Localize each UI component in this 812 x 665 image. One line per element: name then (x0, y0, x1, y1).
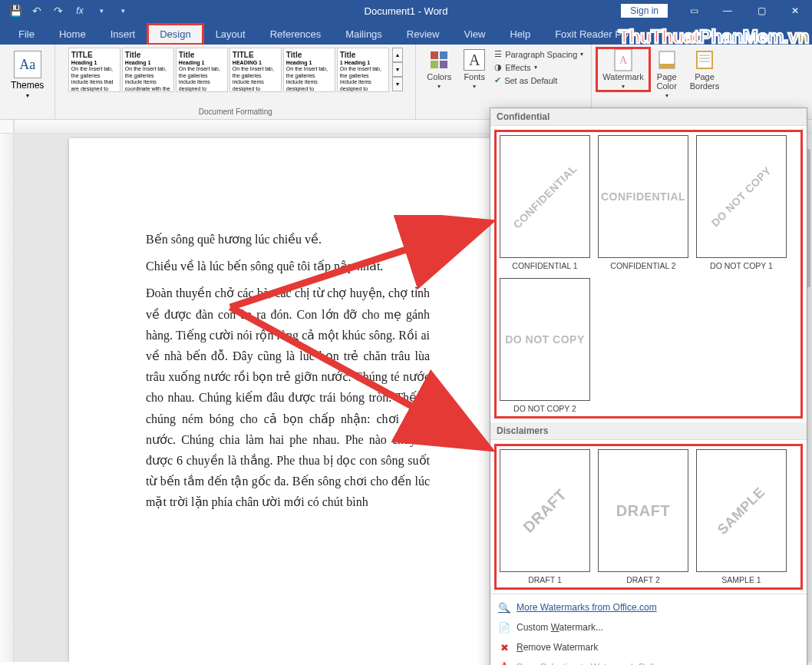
themes-icon: Aa (14, 51, 41, 78)
tab-view[interactable]: View (451, 24, 497, 45)
tab-design[interactable]: Design (147, 24, 203, 45)
ribbon-tabs: File Home Insert Design Layout Reference… (0, 22, 812, 45)
colors-icon (428, 49, 450, 71)
window-controls: Sign in ▭ — ▢ ✕ (621, 0, 812, 22)
gallery-more-icon[interactable]: ▾ (392, 77, 403, 91)
themes-dropdown-icon: ▾ (26, 92, 29, 99)
tab-file[interactable]: File (6, 24, 47, 45)
effects-icon: ◑ (494, 62, 502, 72)
window-title: Document1 - Word (365, 5, 448, 17)
watermark-do-not-copy-2[interactable]: DO NOT COPY DO NOT COPY 2 (500, 278, 590, 413)
paragraph-3: Đoàn thuyền chở các bà, các chị từ chợ h… (146, 283, 430, 512)
custom-watermark-icon: 📄 (498, 621, 510, 634)
ribbon-group-document-formatting: TITLEHeading 1On the Insert tab, the gal… (55, 45, 416, 119)
fx-dropdown-icon[interactable]: ▾ (92, 2, 111, 20)
style-thumb-4[interactable]: TitleHeading 1On the Insert tab, the gal… (283, 48, 335, 92)
minimize-button[interactable]: — (711, 0, 744, 22)
style-thumb-0[interactable]: TITLEHeading 1On the Insert tab, the gal… (68, 48, 120, 92)
tab-help[interactable]: Help (497, 24, 543, 45)
remove-watermark-button[interactable]: ✖ Remove Watermark (490, 637, 807, 657)
remove-watermark-icon: ✖ (498, 641, 510, 653)
save-selection-icon: 📥 (498, 661, 510, 665)
paragraph-spacing-icon: ☰ (494, 49, 502, 59)
watermark-draft-2[interactable]: DRAFT DRAFT 2 (598, 449, 688, 584)
style-thumb-3[interactable]: TITLEHEADING 1On the Insert tab, the gal… (229, 48, 282, 92)
titlebar: 💾 ↶ ↷ fx ▾ ▾ Document1 - Word Sign in ▭ … (0, 0, 812, 22)
disclaimers-grid: DRAFT DRAFT 1 DRAFT DRAFT 2 SAMPLE SAMPL… (493, 443, 804, 591)
style-gallery-nav: ▴ ▾ ▾ (392, 48, 403, 108)
close-button[interactable]: ✕ (778, 0, 812, 22)
tab-layout[interactable]: Layout (203, 24, 258, 45)
formatting-options: ☰Paragraph Spacing▾ ◑Effects▾ ✔Set as De… (491, 48, 586, 87)
section-confidential-title: Confidential (490, 108, 807, 126)
tab-home[interactable]: Home (47, 24, 98, 45)
save-selection-watermark-button: 📥 Save Selection to Watermark Gallery... (490, 657, 807, 665)
watermark-do-not-copy-1[interactable]: DO NOT COPY DO NOT COPY 1 (696, 135, 787, 270)
checkmark-icon: ✔ (494, 75, 501, 85)
themes-label: Themes (11, 80, 44, 91)
confidential-grid: CONFIDENTIAL CONFIDENTIAL 1 CONFIDENTIAL… (493, 129, 804, 419)
style-thumb-5[interactable]: Title1 Heading 1On the Insert tab, the g… (337, 48, 389, 92)
document-formatting-label: Document Formatting (199, 108, 272, 116)
redo-icon[interactable]: ↷ (49, 2, 68, 20)
svg-rect-0 (431, 51, 438, 59)
section-disclaimers-title: Disclaimers (490, 422, 807, 440)
page[interactable]: Bến sông quê hương lúc chiều về. Chiều v… (69, 138, 499, 662)
ribbon-display-icon[interactable]: ▭ (677, 0, 711, 22)
paragraph-1: Bến sông quê hương lúc chiều về. (146, 229, 430, 250)
paragraph-spacing-button[interactable]: ☰Paragraph Spacing▾ (494, 49, 583, 59)
gallery-down-icon[interactable]: ▾ (392, 62, 403, 77)
tab-review[interactable]: Review (394, 24, 452, 45)
tell-me[interactable]: 💡 (796, 34, 812, 45)
svg-rect-3 (440, 61, 447, 68)
maximize-button[interactable]: ▢ (744, 0, 778, 22)
paragraph-2: Chiều về là lúc bến sông quê tôi tấp nập… (146, 256, 430, 276)
svg-rect-1 (440, 51, 447, 59)
tab-foxit[interactable]: Foxit Reader PDF (543, 24, 647, 45)
style-thumb-1[interactable]: TitleHeading 1On the Insert tab, the gal… (122, 48, 174, 92)
svg-rect-2 (431, 61, 438, 68)
tab-insert[interactable]: Insert (98, 24, 148, 45)
svg-rect-7 (659, 64, 675, 68)
quick-access-toolbar: 💾 ↶ ↷ fx ▾ ▾ (0, 2, 132, 20)
watermark-menu: 🔍 More Watermarks from Office.com 📄 Cust… (490, 594, 807, 665)
save-icon[interactable]: 💾 (6, 2, 25, 20)
fx-label: fx (71, 2, 89, 20)
watermark-confidential-1[interactable]: CONFIDENTIAL CONFIDENTIAL 1 (500, 135, 590, 270)
more-watermarks-link[interactable]: 🔍 More Watermarks from Office.com (490, 597, 807, 617)
watermark-button[interactable]: A Watermark▾ (596, 48, 649, 91)
style-thumb-2[interactable]: TitleHeading 1On the Insert tab, the gal… (176, 48, 228, 92)
colors-button[interactable]: Colors▾ (421, 48, 457, 91)
page-color-icon (656, 49, 678, 71)
sign-in-button[interactable]: Sign in (621, 4, 668, 18)
qat-customize-icon[interactable]: ▾ (114, 2, 132, 20)
svg-text:A: A (619, 55, 628, 66)
custom-watermark-button[interactable]: 📄 Custom Watermark... (490, 617, 807, 637)
watermark-icon: A (612, 49, 634, 71)
set-default-button[interactable]: ✔Set as Default (494, 75, 583, 85)
watermark-gallery-panel: Confidential CONFIDENTIAL CONFIDENTIAL 1… (490, 108, 807, 665)
tab-references[interactable]: References (258, 24, 333, 45)
page-borders-button[interactable]: Page Borders (684, 48, 726, 92)
watermark-sample-1[interactable]: SAMPLE SAMPLE 1 (696, 449, 787, 584)
style-gallery[interactable]: TITLEHeading 1On the Insert tab, the gal… (68, 48, 403, 108)
page-color-button[interactable]: Page Color▾ (650, 48, 684, 101)
tab-mailings[interactable]: Mailings (333, 24, 394, 45)
vertical-ruler[interactable] (0, 134, 14, 662)
ribbon-group-themes: Aa Themes ▾ (0, 45, 55, 119)
gallery-up-icon[interactable]: ▴ (392, 48, 403, 62)
effects-button[interactable]: ◑Effects▾ (494, 62, 583, 72)
page-borders-icon (694, 49, 715, 71)
fonts-icon: A (464, 49, 485, 71)
undo-icon[interactable]: ↶ (28, 2, 46, 20)
fonts-button[interactable]: A Fonts▾ (457, 48, 491, 91)
svg-rect-8 (697, 51, 712, 68)
search-icon: 🔍 (498, 601, 510, 614)
themes-button[interactable]: Aa Themes ▾ (5, 48, 50, 102)
watermark-confidential-2[interactable]: CONFIDENTIAL CONFIDENTIAL 2 (598, 135, 688, 270)
watermark-draft-1[interactable]: DRAFT DRAFT 1 (500, 449, 590, 584)
